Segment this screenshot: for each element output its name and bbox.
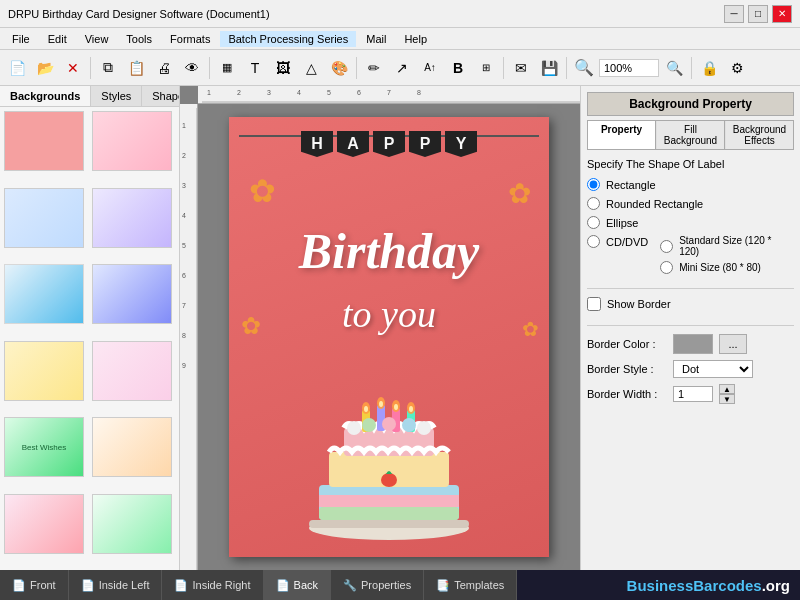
tb-image[interactable]: 🖼 xyxy=(270,55,296,81)
border-width-up[interactable]: ▲ xyxy=(719,384,735,394)
tb-print[interactable]: 🖨 xyxy=(151,55,177,81)
svg-point-40 xyxy=(382,417,396,431)
flag-p2: P xyxy=(409,131,441,157)
tb-open-folder[interactable]: 📂 xyxy=(32,55,58,81)
prop-tab-fill[interactable]: Fill Background xyxy=(657,121,725,149)
svg-text:3: 3 xyxy=(182,182,186,189)
card[interactable]: ✿ ✿ ✿ ✿ H A P P Y xyxy=(229,117,549,557)
minimize-button[interactable]: ─ xyxy=(724,5,744,23)
radio-rounded: Rounded Rectangle xyxy=(587,197,794,210)
tb-save[interactable]: 💾 xyxy=(536,55,562,81)
tb-bold[interactable]: B xyxy=(445,55,471,81)
tab-styles[interactable]: Styles xyxy=(91,86,142,106)
menu-edit[interactable]: Edit xyxy=(40,31,75,47)
tab-properties[interactable]: 🔧 Properties xyxy=(331,570,424,600)
border-color-box[interactable] xyxy=(673,334,713,354)
bg-thumb-7[interactable] xyxy=(4,341,84,401)
radio-ellipse-input[interactable] xyxy=(587,216,600,229)
tb-shape[interactable]: △ xyxy=(298,55,324,81)
tab-shapes[interactable]: Shapes xyxy=(142,86,180,106)
tab-inside-right[interactable]: 📄 Inside Right xyxy=(162,570,263,600)
flag-a: A xyxy=(337,131,369,157)
tb-settings[interactable]: ⚙ xyxy=(724,55,750,81)
flower-1: ✿ xyxy=(249,172,276,210)
menu-mail[interactable]: Mail xyxy=(358,31,394,47)
menu-help[interactable]: Help xyxy=(396,31,435,47)
tb-new[interactable]: 📄 xyxy=(4,55,30,81)
tab-templates-icon: 📑 xyxy=(436,579,450,592)
cd-standard-input[interactable] xyxy=(660,240,673,253)
bg-thumb-6[interactable] xyxy=(92,264,172,324)
show-border-checkbox[interactable] xyxy=(587,297,601,311)
bg-thumb-8[interactable] xyxy=(92,341,172,401)
bg-thumb-11[interactable] xyxy=(4,494,84,554)
cd-mini-input[interactable] xyxy=(660,261,673,274)
tb-preview[interactable]: 👁 xyxy=(179,55,205,81)
tb-barcode[interactable]: ▦ xyxy=(214,55,240,81)
svg-point-42 xyxy=(417,421,431,435)
tb-zoom-in-icon[interactable]: 🔍 xyxy=(571,55,597,81)
radio-cddvd-label: CD/DVD xyxy=(606,236,648,248)
maximize-button[interactable]: □ xyxy=(748,5,768,23)
close-button[interactable]: ✕ xyxy=(772,5,792,23)
tb-arrow[interactable]: ↗ xyxy=(389,55,415,81)
border-width-input[interactable] xyxy=(673,386,713,402)
property-tabs: Property Fill Background Background Effe… xyxy=(587,120,794,150)
zoom-input[interactable]: 100% xyxy=(599,59,659,77)
bg-thumb-5[interactable] xyxy=(4,264,84,324)
tb-copy[interactable]: ⧉ xyxy=(95,55,121,81)
tb-paste[interactable]: 📋 xyxy=(123,55,149,81)
svg-text:6: 6 xyxy=(357,89,361,96)
tb-zoom-out[interactable]: 🔍 xyxy=(661,55,687,81)
border-color-label: Border Color : xyxy=(587,338,667,350)
tb-delete[interactable]: ✕ xyxy=(60,55,86,81)
radio-rectangle: Rectangle xyxy=(587,178,794,191)
bg-thumb-1[interactable] xyxy=(4,111,84,171)
menu-file[interactable]: File xyxy=(4,31,38,47)
tab-front-icon: 📄 xyxy=(12,579,26,592)
radio-rounded-input[interactable] xyxy=(587,197,600,210)
tab-back[interactable]: 📄 Back xyxy=(264,570,331,600)
left-panel: Backgrounds Styles Shapes Best Wishes xyxy=(0,86,180,570)
menu-view[interactable]: View xyxy=(77,31,117,47)
svg-text:4: 4 xyxy=(297,89,301,96)
prop-tab-effects[interactable]: Background Effects xyxy=(726,121,793,149)
tb-table[interactable]: ⊞ xyxy=(473,55,499,81)
radio-rectangle-input[interactable] xyxy=(587,178,600,191)
border-color-picker-button[interactable]: ... xyxy=(719,334,747,354)
bg-thumb-9[interactable]: Best Wishes xyxy=(4,417,84,477)
tb-text[interactable]: T xyxy=(242,55,268,81)
tab-backgrounds[interactable]: Backgrounds xyxy=(0,86,91,106)
bg-thumb-12[interactable] xyxy=(92,494,172,554)
menu-tools[interactable]: Tools xyxy=(118,31,160,47)
birthday-text: Birthday xyxy=(229,222,549,280)
tb-font[interactable]: A↑ xyxy=(417,55,443,81)
tab-inside-left[interactable]: 📄 Inside Left xyxy=(69,570,163,600)
tb-color[interactable]: 🎨 xyxy=(326,55,352,81)
cd-options: Standard Size (120 * 120) Mini Size (80 … xyxy=(660,235,794,274)
border-style-select[interactable]: None Solid Dot Dash DashDot xyxy=(673,360,753,378)
prop-tab-property[interactable]: Property xyxy=(588,121,656,149)
border-width-down[interactable]: ▼ xyxy=(719,394,735,404)
window-controls: ─ □ ✕ xyxy=(724,5,792,23)
bg-thumb-3[interactable] xyxy=(4,188,84,248)
tab-templates[interactable]: 📑 Templates xyxy=(424,570,517,600)
tb-email[interactable]: ✉ xyxy=(508,55,534,81)
radio-ellipse: Ellipse xyxy=(587,216,794,229)
bg-thumb-10[interactable] xyxy=(92,417,172,477)
tb-pencil[interactable]: ✏ xyxy=(361,55,387,81)
radio-ellipse-label: Ellipse xyxy=(606,217,638,229)
bg-thumb-4[interactable] xyxy=(92,188,172,248)
menu-formats[interactable]: Formats xyxy=(162,31,218,47)
background-grid: Best Wishes xyxy=(0,107,179,570)
flag-y: Y xyxy=(445,131,477,157)
tb-lock[interactable]: 🔒 xyxy=(696,55,722,81)
radio-cddvd-input[interactable] xyxy=(587,235,600,248)
flag-p: P xyxy=(373,131,405,157)
menu-batch[interactable]: Batch Processing Series xyxy=(220,31,356,47)
flag-h: H xyxy=(301,131,333,157)
svg-text:2: 2 xyxy=(237,89,241,96)
bg-thumb-2[interactable] xyxy=(92,111,172,171)
tab-front[interactable]: 📄 Front xyxy=(0,570,69,600)
sep3 xyxy=(356,57,357,79)
